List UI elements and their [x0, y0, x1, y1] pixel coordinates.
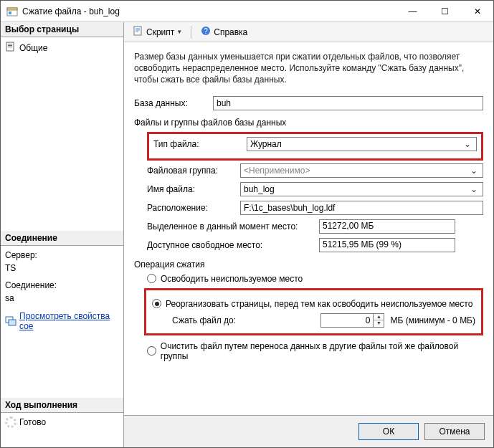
svg-rect-9: [134, 27, 141, 35]
toolbar: Скрипт ▼ ? Справка: [124, 22, 493, 42]
cancel-button[interactable]: Отмена: [424, 423, 485, 440]
connection-label: Соединение:: [5, 279, 119, 292]
progress-spinner-icon: [5, 416, 16, 428]
svg-text:?: ?: [204, 27, 208, 35]
chevron-down-icon: ⌄: [468, 184, 480, 194]
script-button[interactable]: Скрипт ▼: [130, 24, 185, 40]
help-button[interactable]: ? Справка: [197, 24, 250, 40]
shrink-to-label: Сжать файл до:: [172, 315, 236, 325]
svg-rect-5: [8, 45, 12, 46]
file-group-label: Файловая группа:: [147, 166, 240, 176]
description-text: Размер базы данных уменьшается при сжати…: [134, 51, 483, 86]
svg-rect-2: [9, 11, 11, 14]
page-icon: [5, 41, 16, 54]
file-type-select[interactable]: Журнал ⌄: [247, 137, 477, 151]
minimize-button[interactable]: —: [396, 1, 429, 22]
file-name-label: Имя файла:: [147, 184, 240, 194]
server-value: TS: [5, 262, 119, 275]
file-type-value: Журнал: [250, 139, 462, 149]
connection-value: sa: [5, 292, 119, 305]
svg-rect-1: [7, 8, 17, 10]
connection-header: Соединение: [1, 231, 123, 246]
script-icon: [133, 25, 144, 39]
maximize-button[interactable]: ☐: [429, 1, 461, 22]
free-value: 51215,95 МБ (99 %): [319, 238, 455, 252]
content-area: Размер базы данных уменьшается при сжати…: [124, 42, 493, 415]
radio-label: Освободить неиспользуемое место: [161, 274, 303, 284]
svg-rect-6: [8, 47, 12, 47]
shrink-to-spinner[interactable]: ▲▼: [320, 313, 384, 328]
shrink-to-input[interactable]: [321, 314, 373, 327]
database-field[interactable]: [213, 96, 483, 110]
radio-icon: [147, 346, 156, 356]
server-label: Сервер:: [5, 249, 119, 262]
view-connection-props-link[interactable]: Просмотреть свойства сое: [19, 311, 119, 331]
database-label: База данных:: [134, 98, 213, 108]
file-type-highlight: Тип файла: Журнал ⌄: [147, 132, 483, 161]
shrink-unit-label: МБ (минимум - 0 МБ): [390, 315, 475, 325]
help-icon: ?: [200, 25, 212, 39]
operation-title: Операция сжатия: [134, 259, 483, 270]
script-label: Скрипт: [146, 27, 174, 37]
chevron-down-icon: ⌄: [462, 139, 473, 149]
close-button[interactable]: ✕: [461, 1, 493, 22]
svg-rect-8: [9, 320, 16, 325]
file-name-value: buh_log: [244, 184, 468, 194]
file-name-select[interactable]: buh_log ⌄: [240, 182, 483, 196]
help-label: Справка: [214, 27, 247, 37]
dialog-footer: ОК Отмена: [124, 415, 493, 447]
titlebar: Сжатие файла - buh_log — ☐ ✕: [1, 1, 493, 22]
allocated-label: Выделенное в данный момент место:: [147, 221, 319, 232]
toolbar-divider: [191, 26, 191, 39]
radio-label: Реорганизовать страницы, перед тем как о…: [166, 299, 472, 309]
ok-button[interactable]: ОК: [358, 423, 419, 440]
location-field[interactable]: [240, 201, 483, 215]
reorganize-highlight: Реорганизовать страницы, перед тем как о…: [144, 288, 483, 335]
progress-header: Ход выполнения: [1, 398, 123, 413]
page-item-label: Общие: [19, 43, 47, 53]
page-item-general[interactable]: Общие: [5, 40, 119, 55]
right-panel: Скрипт ▼ ? Справка Размер базы данных ум…: [124, 22, 493, 447]
file-group-select: <Неприменимо> ⌄: [240, 163, 483, 178]
files-group-title: Файлы и группы файлов базы данных: [134, 118, 483, 128]
page-select-header: Выбор страницы: [1, 22, 123, 37]
radio-empty-file[interactable]: Очистить файл путем переноса данных в др…: [147, 341, 483, 361]
file-type-label: Тип файла:: [153, 139, 247, 149]
radio-label: Очистить файл путем переноса данных в др…: [161, 341, 483, 361]
dialog-window: Сжатие файла - buh_log — ☐ ✕ Выбор стран…: [0, 0, 494, 448]
file-group-value: <Неприменимо>: [244, 166, 468, 176]
allocated-value: 51272,00 МБ: [319, 219, 455, 234]
chevron-down-icon: ▼: [176, 29, 182, 35]
chevron-down-icon: ⌄: [468, 166, 480, 176]
radio-release-unused[interactable]: Освободить неиспользуемое место: [147, 274, 483, 284]
spinner-buttons[interactable]: ▲▼: [373, 314, 384, 327]
location-label: Расположение:: [147, 203, 240, 213]
window-title: Сжатие файла - buh_log: [22, 6, 396, 16]
left-panel: Выбор страницы Общие Соединение Сервер: …: [1, 22, 124, 447]
app-icon: [6, 6, 18, 17]
connection-icon: [5, 315, 16, 328]
progress-status: Готово: [19, 417, 46, 427]
free-label: Доступное свободное место:: [147, 240, 319, 250]
radio-icon: [147, 274, 156, 283]
radio-icon: [152, 299, 161, 308]
svg-rect-4: [8, 44, 12, 44]
radio-reorganize[interactable]: Реорганизовать страницы, перед тем как о…: [152, 299, 475, 309]
